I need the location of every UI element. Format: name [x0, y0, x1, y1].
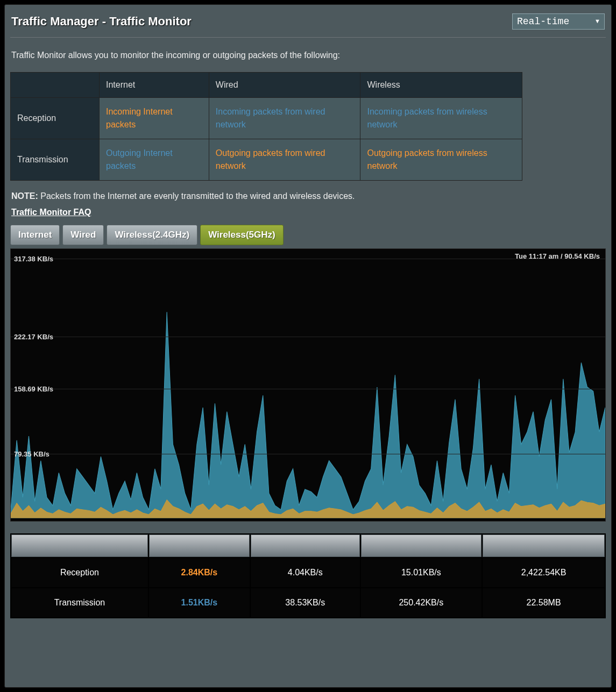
description-table: InternetWiredWireless ReceptionIncoming …	[10, 72, 522, 181]
mode-select-wrap: Real-time	[512, 13, 605, 30]
y-axis-label: 317.38 KB/s	[14, 255, 53, 263]
y-axis-label: 79.35 KB/s	[14, 450, 49, 458]
desc-col-header: Internet	[100, 73, 209, 98]
desc-row-header: Reception	[11, 98, 100, 139]
desc-col-header: Wired	[209, 73, 360, 98]
stats-col-header	[149, 534, 250, 557]
note-text: NOTE: Packets from the Internet are even…	[10, 188, 606, 206]
faq-link[interactable]: Traffic Monitor FAQ	[10, 206, 92, 225]
desc-col-header: Wireless	[360, 73, 522, 98]
desc-cell: Incoming packets from wired network	[209, 98, 360, 139]
page-title: Traffic Manager - Traffic Monitor	[11, 15, 192, 28]
stats-cell: 38.53KB/s	[251, 588, 360, 617]
desc-cell: Outgoing Internet packets	[100, 139, 209, 181]
desc-cell: Outgoing packets from wireless network	[360, 139, 522, 181]
traffic-monitor-panel: Traffic Manager - Traffic Monitor Real-t…	[4, 4, 612, 688]
chart-series-reception	[11, 312, 605, 518]
stats-cell: 4.04KB/s	[251, 558, 360, 587]
stats-row-header: Reception	[11, 558, 148, 587]
grid-line	[11, 454, 605, 454]
stats-cell: 15.01KB/s	[361, 558, 482, 587]
y-axis-label: 158.69 KB/s	[14, 385, 53, 393]
grid-line	[11, 337, 605, 337]
stats-table: Reception2.84KB/s4.04KB/s15.01KB/s2,422.…	[10, 533, 606, 618]
desc-cell: Incoming packets from wireless network	[360, 98, 522, 139]
stats-row-header: Transmission	[11, 588, 148, 617]
grid-line	[11, 259, 605, 259]
stats-cell: 22.58MB	[483, 588, 605, 617]
traffic-chart: Tue 11:17 am / 90.54 KB/s 317.38 KB/s222…	[10, 248, 606, 522]
tabs-row: InternetWiredWireless(2.4GHz)Wireless(5G…	[10, 225, 606, 245]
stats-col-header	[11, 534, 148, 557]
chart-svg	[11, 249, 605, 521]
desc-col-header	[11, 73, 100, 98]
grid-line	[11, 389, 605, 389]
stats-cell: 1.51KB/s	[149, 588, 250, 617]
desc-cell: Outgoing packets from wired network	[209, 139, 360, 181]
stats-cell: 2,422.54KB	[483, 558, 605, 587]
stats-cell: 2.84KB/s	[149, 558, 250, 587]
stats-cell: 250.42KB/s	[361, 588, 482, 617]
tab-internet[interactable]: Internet	[10, 225, 60, 245]
stats-col-header	[251, 534, 360, 557]
desc-cell: Incoming Internet packets	[100, 98, 209, 139]
header-row: Traffic Manager - Traffic Monitor Real-t…	[10, 10, 606, 38]
desc-row-header: Transmission	[11, 139, 100, 181]
intro-text: Traffic Monitor allows you to monitor th…	[10, 38, 606, 70]
note-label: NOTE:	[11, 191, 38, 201]
note-body: Packets from the Internet are evenly tra…	[38, 191, 355, 201]
tab-wireless-5ghz-[interactable]: Wireless(5GHz)	[200, 225, 284, 245]
mode-select[interactable]: Real-time	[512, 13, 605, 30]
y-axis-label: 222.17 KB/s	[14, 333, 53, 341]
tab-wireless-2-4ghz-[interactable]: Wireless(2.4GHz)	[107, 225, 197, 245]
tab-wired[interactable]: Wired	[62, 225, 104, 245]
stats-col-header	[361, 534, 482, 557]
stats-col-header	[483, 534, 605, 557]
